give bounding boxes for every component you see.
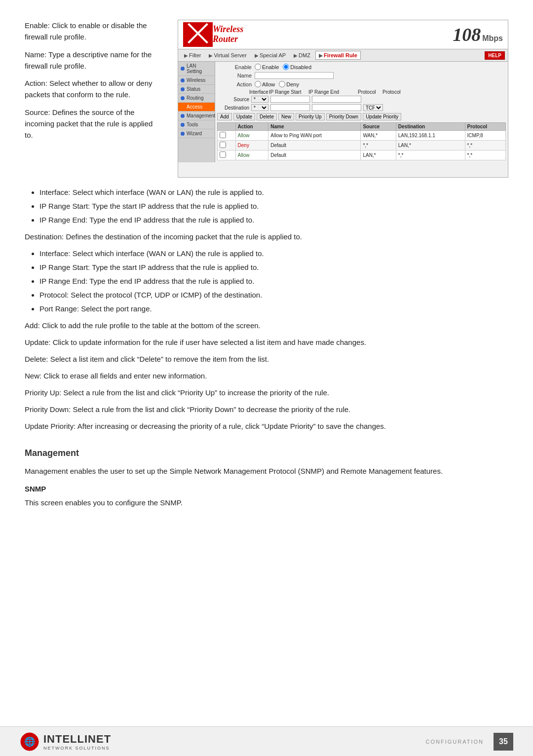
row-checkbox[interactable]: [220, 151, 226, 158]
source-bullet-3: IP Range End: Type the end IP address th…: [39, 214, 508, 226]
sidebar-wizard-label: Wizard: [187, 131, 202, 136]
nav-virtual-arrow: ▶: [209, 53, 213, 58]
dest-bullet-2: IP Range Start: Type the start IP addres…: [39, 262, 508, 273]
sidebar-dot-tools: [181, 123, 185, 127]
router-header: Wireless Router 108 Mbps: [178, 20, 508, 49]
disabled-radio-input[interactable]: [283, 64, 289, 70]
sidebar-item-lan[interactable]: LAN Setting: [178, 62, 215, 76]
sidebar-dot-wireless: [181, 78, 185, 82]
sidebar-status-label: Status: [187, 86, 200, 92]
name-label: Name: [217, 73, 252, 78]
enable-row: Enable Enable Disabled: [217, 64, 506, 70]
enable-radio-disabled[interactable]: Disabled: [283, 64, 311, 70]
source-bullets: Interface: Select which interface (WAN o…: [39, 187, 508, 226]
priority-down-button[interactable]: Priority Down: [326, 113, 361, 120]
enable-radio-input[interactable]: [255, 64, 261, 70]
page-footer: 🌐 INTELLINET NETWORK SOLUTIONS CONFIGURA…: [0, 726, 533, 756]
update-priority-desc: Update Priority: After increasing or dec…: [25, 420, 508, 432]
nav-filter[interactable]: ▶ Filter: [181, 51, 204, 59]
new-desc: New: Click to erase all fields and enter…: [25, 370, 508, 382]
router-nav: ▶ Filter ▶ Virtual Server ▶ Special AP ▶…: [178, 49, 508, 62]
cell-name: Default: [268, 141, 361, 151]
new-button[interactable]: New: [278, 113, 294, 120]
destination-interface-select[interactable]: *WANLAN: [251, 104, 268, 111]
table-row[interactable]: AllowDefaultLAN,**,**,*: [218, 151, 506, 160]
router-logo-img: [183, 22, 213, 47]
delete-button[interactable]: Delete: [257, 113, 277, 120]
cell-action: Allow: [235, 151, 268, 160]
nav-special-ap[interactable]: ▶ Special AP: [252, 51, 289, 59]
sidebar-item-wizard[interactable]: Wizard: [178, 129, 215, 138]
router-sidebar: LAN Setting Wireless Status Routing: [178, 62, 215, 162]
sidebar-item-access[interactable]: Access: [178, 103, 215, 112]
row-checkbox[interactable]: [220, 142, 226, 148]
snmp-text: This screen enables you to configure the…: [25, 497, 508, 509]
sidebar-dot-lan: [181, 67, 185, 71]
add-button[interactable]: Add: [217, 113, 232, 120]
delete-desc: Delete: Select a list item and click “De…: [25, 353, 508, 365]
enable-label: Enable: [217, 64, 252, 70]
footer-logo-text-block: INTELLINET NETWORK SOLUTIONS: [43, 733, 111, 751]
name-input[interactable]: [255, 72, 334, 79]
nav-firewall-rule[interactable]: ▶ Firewall Rule: [315, 51, 361, 60]
sidebar-item-status[interactable]: Status: [178, 85, 215, 94]
nav-firewall-arrow: ▶: [319, 53, 323, 58]
source-interface-select[interactable]: *WANLAN: [251, 96, 268, 103]
nav-dmz-arrow: ▶: [294, 53, 298, 58]
action-deny-input[interactable]: [279, 81, 285, 87]
table-row[interactable]: DenyDefault*,*LAN,**,*: [218, 141, 506, 151]
update-priority-button[interactable]: Update Priority: [363, 113, 401, 120]
action-radio-allow[interactable]: Allow: [255, 81, 275, 87]
protocol-select[interactable]: TCPUDPICMP: [363, 104, 383, 111]
row-checkbox[interactable]: [220, 132, 226, 138]
col-destination: Destination: [396, 123, 465, 131]
destination-ip-start[interactable]: [270, 104, 310, 111]
add-desc: Add: Click to add the rule profile to th…: [25, 320, 508, 332]
sidebar-wireless-label: Wireless: [187, 77, 205, 83]
destination-row: Destination *WANLAN TCPUDPICMP: [217, 104, 506, 111]
cell-destination: *,*: [396, 151, 465, 160]
nav-virtual-server[interactable]: ▶ Virtual Server: [206, 51, 249, 59]
col-action: Action: [235, 123, 268, 131]
source-bullet-2: IP Range Start: Type the start IP addres…: [39, 200, 508, 212]
destination-ip-end[interactable]: [312, 104, 361, 111]
source-ip-end[interactable]: [312, 96, 361, 103]
cell-name: Allow to Ping WAN port: [268, 131, 361, 141]
management-intro: Management enables the user to set up th…: [25, 465, 508, 477]
source-ip-start[interactable]: [270, 96, 310, 103]
sidebar-item-management[interactable]: Management: [178, 112, 215, 120]
cell-action: Allow: [235, 131, 268, 141]
router-widget: Wireless Router 108 Mbps ▶ Filter ▶ Virt…: [178, 20, 508, 178]
cell-protocol: *,*: [465, 151, 505, 160]
cell-protocol: ICMP,8: [465, 131, 505, 141]
cell-source: WAN,*: [361, 131, 396, 141]
dest-bullet-4: Protocol: Select the protocol (TCP, UDP …: [39, 289, 508, 301]
dest-bullet-5: Port Range: Select the port range.: [39, 303, 508, 315]
enable-radio-enable[interactable]: Enable: [255, 64, 279, 70]
action-allow-input[interactable]: [255, 81, 261, 87]
action-label: Action: [217, 81, 252, 87]
sidebar-item-wireless[interactable]: Wireless: [178, 76, 215, 85]
sidebar-dot-access: [181, 105, 185, 109]
sidebar-item-routing[interactable]: Routing: [178, 94, 215, 103]
snmp-heading: SNMP: [25, 483, 508, 495]
action-radio-deny[interactable]: Deny: [279, 81, 299, 87]
destination-intro: Destination: Defines the destination of …: [25, 231, 508, 243]
sidebar-item-tools[interactable]: Tools: [178, 120, 215, 129]
priority-up-button[interactable]: Priority Up: [296, 113, 325, 120]
nav-filter-label: Filter: [189, 52, 201, 58]
nav-firewall-label: Firewall Rule: [324, 52, 357, 58]
update-button[interactable]: Update: [233, 113, 255, 120]
nav-dmz[interactable]: ▶ DMZ: [291, 51, 313, 59]
col-protocol: Protocol: [465, 123, 505, 131]
nav-dmz-label: DMZ: [299, 52, 310, 58]
sidebar-dot-routing: [181, 96, 185, 100]
name-desc: Name: Type a descriptive name for the fi…: [25, 49, 163, 72]
source-row: Source *WANLAN: [217, 96, 506, 103]
help-button[interactable]: HELP: [485, 51, 505, 60]
action-row: Action Allow Deny: [217, 81, 506, 87]
table-row[interactable]: AllowAllow to Ping WAN portWAN,*LAN,192.…: [218, 131, 506, 141]
router-layout: LAN Setting Wireless Status Routing: [178, 62, 508, 162]
speed-number: 108: [453, 24, 481, 45]
cell-source: LAN,*: [361, 151, 396, 160]
